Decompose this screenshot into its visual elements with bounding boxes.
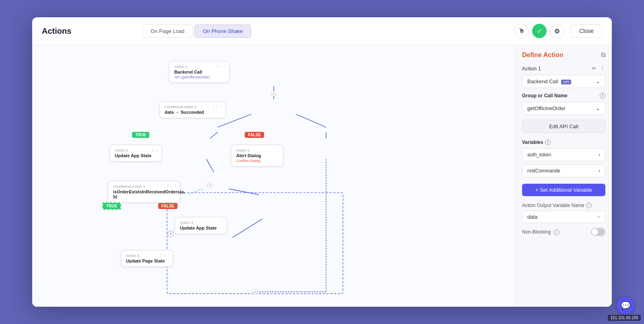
node-conditional2-label: Conditional Action 1 [113, 185, 175, 189]
output-clear-icon[interactable]: × [597, 214, 600, 220]
modal-header: Actions On Page Load On Phone Shake 🖱 ✓ … [32, 17, 612, 45]
badge-false-dashed: FALSE [158, 202, 178, 209]
group-call-dropdown[interactable]: getOfficineOrder ⌄ [522, 102, 605, 115]
node-action3-label: Action 3 [180, 221, 222, 225]
action-name: Action 1 [522, 66, 541, 72]
svg-point-12 [271, 91, 276, 96]
panel-title: Define Action ⧉ [522, 51, 605, 59]
svg-rect-9 [167, 193, 343, 293]
action-row: Action 1 ✏ ⋮ [522, 65, 605, 72]
node-action5[interactable]: Action 5 Alert Dialog Confirm Dialog ⋮ [231, 145, 283, 166]
svg-line-5 [206, 159, 214, 172]
variables-label: Variables i [522, 139, 605, 145]
api-badge: API [561, 80, 571, 84]
variable-chevron-0: › [599, 152, 600, 158]
variables-section: Variables i auth_token › nridCommande › [522, 139, 605, 177]
variable-item-0[interactable]: auth_token › [522, 148, 605, 161]
right-panel: Define Action ⧉ Action 1 ✏ ⋮ Backend Cal… [515, 45, 612, 307]
svg-line-6 [188, 189, 202, 195]
flow-container: + + + + Action 1 Backend Call API (getOf… [32, 45, 515, 307]
more-icon[interactable]: ⋮ [600, 65, 605, 72]
node-action5-subtitle: Confirm Dialog [236, 159, 278, 163]
non-blocking-info-icon: i [554, 230, 559, 235]
output-input[interactable]: data × [522, 211, 605, 223]
node-action2[interactable]: Action 2 Update App State ↓⋮ [109, 145, 162, 162]
svg-point-16 [252, 289, 258, 294]
cursor-icon-btn[interactable]: 🖱 [514, 24, 529, 38]
node-action4-title: Update Page State [126, 258, 168, 263]
svg-line-7 [229, 189, 258, 195]
node-action4-actions: ↑↓⋮ [160, 253, 170, 257]
chevron-down-2-icon: ⌄ [596, 105, 600, 111]
non-blocking-row: Non-Blocking i [522, 228, 605, 236]
variable-item-1[interactable]: nridCommande › [522, 164, 605, 177]
ip-badge: 151.101.65.195 [608, 315, 641, 321]
node-action2-actions: ↓⋮ [152, 148, 159, 152]
backend-call-dropdown[interactable]: Backend Call API ⌄ [522, 75, 605, 88]
node-action3-actions: ⋮ [220, 220, 224, 224]
node-action1-actions: ↓↑⋮ [216, 64, 227, 68]
node-action5-title: Alert Dialog [236, 153, 278, 158]
chevron-down-icon: ⌄ [596, 78, 600, 84]
node-action5-label: Action 5 [236, 148, 278, 152]
badge-false-1: FALSE [245, 131, 264, 138]
svg-text:+: + [169, 232, 172, 236]
actions-modal: Actions On Page Load On Phone Shake 🖱 ✓ … [32, 17, 612, 307]
modal-title: Actions [42, 27, 71, 36]
svg-line-8 [233, 219, 262, 238]
node-action2-label: Action 2 [115, 148, 157, 152]
output-info-icon: i [586, 203, 592, 208]
node-action1[interactable]: Action 1 Backend Call API (getOfficineOr… [169, 61, 229, 83]
svg-point-18 [168, 231, 174, 237]
flow-canvas[interactable]: + + + + Action 1 Backend Call API (getOf… [32, 45, 515, 307]
variable-chevron-1: › [599, 168, 600, 174]
node-conditional1-title: data → Succeeded [165, 110, 221, 115]
node-action4[interactable]: Action 4 Update Page State ↑↓⋮ [121, 250, 173, 267]
info-icon: i [600, 93, 605, 98]
output-value: data [527, 214, 537, 220]
node-action1-subtitle: API (getOfficineOrder) [174, 75, 224, 79]
non-blocking-label: Non-Blocking i [522, 229, 559, 235]
check-icon-btn[interactable]: ✓ [532, 24, 547, 38]
svg-text:+: + [254, 290, 256, 294]
node-conditional2-title: isOrderExistsInReceivedOrders(a, b) [113, 189, 175, 199]
flow-svg: + + + + [32, 45, 515, 307]
settings-icon-btn[interactable]: ⚙ [550, 24, 564, 38]
node-action3[interactable]: Action 3 Update App State ⋮ [175, 217, 227, 234]
edit-icon[interactable]: ✏ [592, 65, 597, 72]
node-conditional2[interactable]: Conditional Action 1 isOrderExistsInRece… [108, 181, 180, 203]
close-button[interactable]: Close [571, 24, 602, 38]
add-variable-button[interactable]: + Set Additional Variable [522, 184, 605, 196]
panel-copy-icon[interactable]: ⧉ [601, 51, 605, 59]
node-action3-title: Update App State [180, 226, 222, 230]
variable-name-1: nridCommande [527, 168, 560, 174]
svg-point-14 [207, 183, 213, 188]
edit-api-button[interactable]: Edit API Call [522, 120, 605, 133]
variables-info-icon: i [545, 139, 551, 145]
badge-true-1: TRUE [132, 131, 149, 138]
badge-true-dashed: TRUE [102, 202, 121, 210]
node-conditional1[interactable]: Conditional Action 1 data → Succeeded ↑↓… [159, 101, 226, 118]
group-call-value: getOfficineOrder [527, 105, 566, 111]
variable-name-0: auth_token [527, 152, 551, 158]
chat-button[interactable]: 💬 [617, 297, 634, 314]
tab-group: On Page Load On Phone Shake [142, 25, 251, 38]
svg-text:+: + [272, 92, 275, 96]
tab-on-page-load[interactable]: On Page Load [142, 25, 193, 38]
non-blocking-toggle[interactable] [591, 228, 605, 236]
backend-call-label: Backend Call API [527, 78, 571, 84]
output-label: Action Output Variable Name i [522, 203, 605, 208]
node-conditional2-actions: ↑↓⋮ [167, 184, 178, 188]
action-edit-icons: ✏ ⋮ [592, 65, 605, 72]
svg-line-2 [296, 114, 326, 127]
tab-on-phone-shake[interactable]: On Phone Shake [194, 25, 251, 38]
node-conditional1-actions: ↑↓⋮ [213, 104, 223, 109]
node-action1-title: Backend Call [174, 70, 224, 74]
svg-text:+: + [209, 183, 211, 187]
node-action5-actions: ⋮ [277, 148, 281, 152]
header-icons: 🖱 ✓ ⚙ Close [514, 24, 602, 38]
group-call-label: Group or Call Name i [522, 93, 605, 98]
node-action2-title: Update App State [115, 153, 157, 158]
modal-body: + + + + Action 1 Backend Call API (getOf… [32, 45, 612, 307]
svg-line-3 [210, 132, 218, 139]
